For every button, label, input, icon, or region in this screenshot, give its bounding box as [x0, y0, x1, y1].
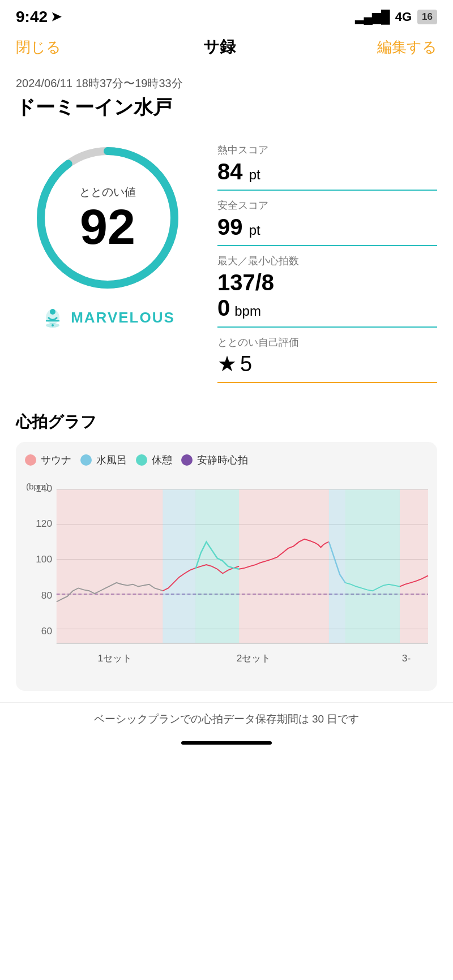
battery-indicator: 16 — [417, 10, 437, 24]
safety-score-number: 99 — [217, 214, 243, 239]
legend-water: 水風呂 — [80, 453, 127, 467]
record-place: ドーミーイン水戸 — [16, 94, 437, 121]
close-button[interactable]: 閉じる — [16, 37, 61, 57]
heart-rate-graph: 140 120 100 80 60 (bpm) — [25, 478, 428, 682]
star-icon: ★ — [217, 351, 237, 376]
score-circle: ととのい値 92 — [28, 139, 187, 297]
legend-resting-hr-label: 安静時心拍 — [197, 453, 248, 467]
graph-title: 心拍グラフ — [16, 411, 437, 433]
home-bar — [181, 741, 272, 745]
svg-text:80: 80 — [41, 590, 52, 601]
marvelous-text: MARVELOUS — [71, 309, 175, 326]
circle-value: 92 — [80, 202, 135, 252]
legend-resting-hr: 安静時心拍 — [181, 453, 248, 467]
bottom-notice: ベーシックプランでの心拍データ保存期間は 30 日です — [0, 702, 453, 736]
svg-rect-18 — [163, 489, 195, 643]
svg-text:100: 100 — [36, 553, 52, 565]
legend-rest-label: 休憩 — [152, 453, 172, 467]
stats-section: ととのい値 92 MARVELOUS 熱中スコア 84 pt — [0, 125, 453, 402]
status-bar: 9:42 ➤ ▂▄▆█ 4G 16 — [0, 0, 453, 31]
legend-rest: 休憩 — [136, 453, 172, 467]
bottom-notice-text: ベーシックプランでの心拍データ保存期間は 30 日です — [94, 713, 360, 725]
legend-dot-sauna — [25, 454, 36, 466]
safety-score-unit: pt — [249, 222, 260, 238]
legend-sauna: サウナ — [25, 453, 71, 467]
nav-bar: 閉じる サ録 編集する — [0, 31, 453, 67]
heat-score-number: 84 — [217, 159, 243, 184]
record-date: 2024/06/11 18時37分〜19時33分 — [16, 76, 437, 91]
heart-rate-item: 最大／最小心拍数 137/8 0 bpm — [217, 254, 437, 328]
marvelous-badge: MARVELOUS — [40, 305, 175, 330]
svg-rect-17 — [57, 489, 163, 643]
graph-area: 140 120 100 80 60 (bpm) — [25, 478, 428, 682]
safety-score-divider — [217, 245, 437, 246]
star-rating: ★ 5 — [217, 351, 437, 376]
self-rating-label: ととのい自己評価 — [217, 336, 437, 349]
safety-score-label: 安全スコア — [217, 199, 437, 212]
heat-score-item: 熱中スコア 84 pt — [217, 143, 437, 191]
status-right: ▂▄▆█ 4G 16 — [355, 10, 437, 24]
legend-dot-water — [80, 454, 92, 466]
legend-dot-resting-hr — [181, 454, 193, 466]
graph-legend: サウナ 水風呂 休憩 安静時心拍 — [25, 453, 428, 467]
svg-point-3 — [50, 309, 55, 315]
self-rating-item: ととのい自己評価 ★ 5 — [217, 336, 437, 383]
marvelous-icon — [40, 305, 65, 330]
heat-score-value: 84 pt — [217, 159, 437, 184]
home-indicator — [0, 736, 453, 754]
heat-score-label: 熱中スコア — [217, 143, 437, 157]
svg-text:60: 60 — [41, 625, 52, 637]
network-label: 4G — [395, 10, 412, 24]
self-rating-divider — [217, 382, 437, 383]
star-value: 5 — [240, 352, 252, 376]
svg-rect-20 — [239, 489, 329, 643]
legend-water-label: 水風呂 — [96, 453, 127, 467]
svg-text:120: 120 — [36, 518, 52, 529]
svg-point-4 — [52, 324, 54, 326]
signal-icon: ▂▄▆█ — [355, 10, 390, 24]
safety-score-value: 99 pt — [217, 214, 437, 239]
edit-button[interactable]: 編集する — [377, 37, 437, 57]
heart-rate-bpm-row: 0 bpm — [217, 295, 437, 321]
graph-card: サウナ 水風呂 休憩 安静時心拍 140 120 100 80 — [16, 442, 437, 691]
heart-rate-divider — [217, 326, 437, 328]
svg-rect-22 — [345, 489, 400, 643]
svg-text:1セット: 1セット — [97, 652, 132, 664]
heat-score-unit: pt — [249, 167, 260, 182]
circle-inner: ととのい値 92 — [79, 184, 136, 252]
right-stats: 熱中スコア 84 pt 安全スコア 99 pt 最大／最小心拍数 137/8 0… — [204, 139, 437, 391]
heart-rate-max-min: 137/8 — [217, 270, 437, 295]
time-label: 9:42 — [16, 8, 48, 26]
circle-label: ととのい値 — [79, 184, 136, 200]
nav-title: サ録 — [203, 36, 236, 58]
status-time: 9:42 ➤ — [16, 8, 61, 26]
record-header: 2024/06/11 18時37分〜19時33分 ドーミーイン水戸 — [0, 67, 453, 125]
svg-text:3-: 3- — [402, 652, 411, 664]
safety-score-item: 安全スコア 99 pt — [217, 199, 437, 246]
heart-rate-unit: bpm — [234, 303, 261, 319]
graph-section: 心拍グラフ サウナ 水風呂 休憩 安静時心拍 — [0, 402, 453, 702]
legend-sauna-label: サウナ — [41, 453, 71, 467]
svg-text:(bpm): (bpm) — [26, 482, 49, 491]
heart-rate-value2: 0 — [217, 295, 230, 321]
svg-text:2セット: 2セット — [237, 652, 271, 664]
legend-dot-rest — [136, 454, 147, 466]
heat-score-divider — [217, 190, 437, 191]
heart-rate-label: 最大／最小心拍数 — [217, 254, 437, 268]
circle-container: ととのい値 92 MARVELOUS — [11, 139, 204, 330]
svg-rect-23 — [400, 489, 428, 643]
location-icon: ➤ — [51, 10, 61, 24]
